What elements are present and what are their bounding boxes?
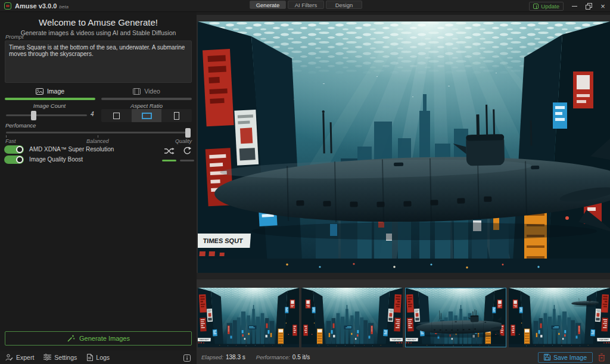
image-count-slider-track[interactable] bbox=[6, 114, 87, 116]
tab-generate[interactable]: Generate bbox=[250, 1, 286, 9]
magic-wand-icon bbox=[67, 334, 75, 343]
generated-image-viewer bbox=[198, 21, 610, 273]
toggle-row-quality-boost: Image Quality Boost bbox=[4, 155, 83, 164]
image-quality-boost-toggle[interactable] bbox=[4, 155, 24, 164]
settings-sliders-icon bbox=[43, 354, 51, 360]
aspect-ratio-landscape-button[interactable] bbox=[132, 109, 162, 122]
app-title: Amuse v3.0.0beta bbox=[15, 2, 69, 10]
prompt-input[interactable]: Times Square is at the bottom of the sea… bbox=[5, 41, 192, 83]
amuse-app-window: Amuse v3.0.0beta Generate AI Filters Des… bbox=[0, 0, 610, 364]
restore-button[interactable] bbox=[585, 2, 592, 10]
refresh-indicator bbox=[180, 160, 194, 161]
save-floppy-icon bbox=[544, 354, 550, 360]
performance-tick-balanced bbox=[98, 135, 98, 138]
performance-mark-fast: Fast bbox=[5, 138, 16, 144]
expert-icon bbox=[5, 354, 13, 361]
close-button[interactable]: × bbox=[599, 2, 606, 10]
quality-boost-toggle-label: Image Quality Boost bbox=[29, 156, 83, 163]
app-logo-icon bbox=[4, 2, 11, 10]
elapsed-label: Elapsed: bbox=[201, 354, 223, 360]
logs-label: Logs bbox=[96, 354, 110, 361]
thumbnail-2[interactable] bbox=[301, 288, 403, 347]
image-count-value: 4 bbox=[91, 111, 94, 117]
viewer-thumbs-splitter[interactable] bbox=[197, 279, 610, 288]
welcome-title: Welcome to Amuse Generate! bbox=[0, 17, 197, 27]
aspect-landscape-icon bbox=[142, 113, 152, 119]
generate-images-button[interactable]: Generate Images bbox=[5, 331, 192, 346]
generate-settings-panel: Welcome to Amuse Generate! Generate imag… bbox=[0, 12, 197, 350]
thumbnail-3-image bbox=[405, 288, 506, 347]
performance-stat-label: Performance: bbox=[256, 354, 290, 360]
settings-label: Settings bbox=[54, 354, 77, 361]
performance-mark-balanced: Balanced bbox=[86, 138, 109, 144]
tab-design[interactable]: Design bbox=[326, 1, 362, 9]
refresh-icon bbox=[182, 147, 192, 155]
performance-slider-track[interactable] bbox=[6, 132, 191, 133]
aspect-ratio-label: Aspect Ratio bbox=[101, 102, 192, 109]
logs-button[interactable]: Logs bbox=[86, 354, 110, 361]
viewer-gap bbox=[197, 273, 610, 279]
performance-label: Perfomance bbox=[5, 122, 36, 129]
video-tab-indicator bbox=[101, 98, 192, 100]
super-resolution-toggle-label: AMD XDNA™ Super Resolution bbox=[29, 146, 114, 153]
performance-tick-fast bbox=[6, 135, 7, 138]
update-button[interactable]: Update bbox=[529, 2, 564, 11]
image-workspace bbox=[197, 12, 610, 350]
aspect-ratio-selector bbox=[101, 109, 192, 122]
aspect-square-icon bbox=[113, 113, 120, 119]
mode-tab-video[interactable]: Video bbox=[101, 87, 192, 100]
minimize-button[interactable] bbox=[571, 2, 578, 10]
shuffle-active-indicator bbox=[162, 160, 176, 161]
aspect-portrait-icon bbox=[174, 112, 179, 120]
image-icon bbox=[36, 88, 43, 95]
shuffle-mode-button[interactable] bbox=[162, 147, 176, 161]
generate-images-label: Generate Images bbox=[79, 335, 130, 342]
aspect-ratio-portrait-button[interactable] bbox=[161, 109, 192, 122]
app-title-text: Amuse v3.0.0 bbox=[15, 2, 57, 10]
image-count-slider-handle[interactable] bbox=[31, 111, 36, 120]
expert-button[interactable]: Expert bbox=[5, 354, 34, 361]
thumbnail-3-selected[interactable] bbox=[405, 288, 506, 347]
thumbnail-1[interactable] bbox=[198, 288, 299, 347]
tab-ai-filters[interactable]: AI Filters bbox=[288, 1, 324, 9]
performance-mark-quality: Quality bbox=[175, 138, 192, 144]
main-generated-image bbox=[198, 21, 610, 273]
info-button[interactable] bbox=[183, 353, 191, 364]
update-info-icon bbox=[533, 4, 539, 9]
status-bar: Expert Settings Logs Elapsed: 138.3 s Pe… bbox=[0, 350, 610, 364]
status-bar-right: Elapsed: 138.3 s Performance: 0.5 it/s S… bbox=[197, 350, 610, 364]
delete-trash-icon bbox=[598, 353, 605, 362]
performance-slider-handle[interactable] bbox=[185, 128, 191, 138]
top-tab-strip: Generate AI Filters Design bbox=[250, 1, 362, 9]
title-bar: Amuse v3.0.0beta Generate AI Filters Des… bbox=[0, 0, 610, 12]
video-icon bbox=[133, 88, 141, 95]
image-tab-label: Image bbox=[47, 88, 64, 95]
beta-badge: beta bbox=[59, 4, 69, 10]
titlebar-controls: Update × bbox=[529, 0, 606, 12]
delete-image-button[interactable] bbox=[598, 353, 605, 362]
image-count-label: Image Count bbox=[5, 102, 94, 109]
minimize-icon bbox=[572, 6, 577, 7]
shuffle-icon bbox=[164, 147, 175, 155]
workspace-top-strip bbox=[197, 12, 610, 15]
thumbnail-2-image bbox=[301, 288, 403, 347]
thumbnail-4-image bbox=[509, 288, 610, 347]
expert-label: Expert bbox=[16, 354, 34, 361]
save-image-button[interactable]: Save Image bbox=[538, 352, 593, 363]
welcome-subtitle: Generate images & videos using AI and St… bbox=[0, 29, 197, 36]
toggle-knob bbox=[16, 156, 23, 163]
close-icon: × bbox=[600, 2, 605, 10]
aspect-ratio-square-button[interactable] bbox=[101, 109, 132, 122]
mode-tab-image[interactable]: Image bbox=[5, 87, 95, 100]
toggle-knob bbox=[16, 146, 23, 153]
refresh-mode-button[interactable] bbox=[180, 147, 194, 161]
toggle-row-super-resolution: AMD XDNA™ Super Resolution bbox=[4, 145, 114, 154]
thumbnail-4[interactable] bbox=[509, 288, 610, 347]
update-label: Update bbox=[541, 3, 559, 10]
image-tab-active-indicator bbox=[5, 98, 95, 100]
settings-button[interactable]: Settings bbox=[43, 354, 77, 361]
status-bar-left: Expert Settings Logs bbox=[0, 350, 197, 364]
amd-xdna-super-resolution-toggle[interactable] bbox=[4, 145, 24, 154]
elapsed-value: 138.3 s bbox=[226, 354, 245, 360]
restore-icon bbox=[586, 3, 592, 9]
